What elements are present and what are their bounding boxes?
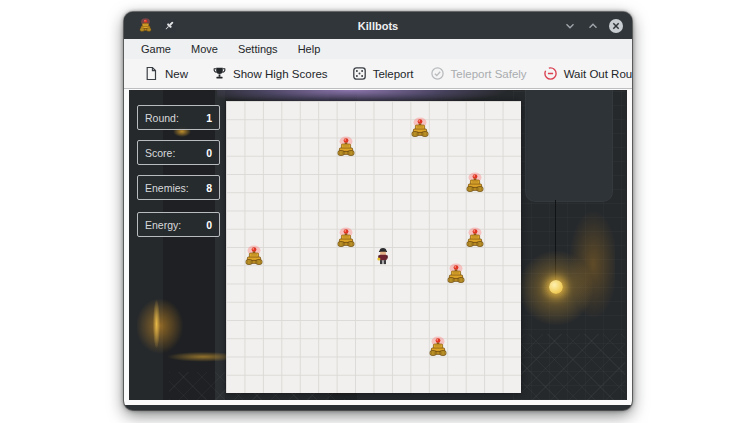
new-game-button[interactable]: New <box>136 61 196 87</box>
show-high-scores-label: Show High Scores <box>233 68 328 80</box>
close-icon <box>608 18 624 34</box>
show-high-scores-button[interactable]: Show High Scores <box>204 61 336 87</box>
round-value: 1 <box>206 112 212 124</box>
lamp-bulb <box>549 280 563 294</box>
stop-circle-icon <box>543 66 558 81</box>
scene-amber-glow <box>553 182 615 332</box>
menu-move[interactable]: Move <box>181 39 228 59</box>
enemies-status: Enemies: 8 <box>137 175 220 200</box>
menubar: Game Move Settings Help <box>124 39 632 59</box>
enemies-value: 8 <box>206 182 212 194</box>
check-circle-icon <box>430 66 445 81</box>
teleport-dice-icon <box>352 66 367 81</box>
trophy-icon <box>212 66 227 81</box>
menu-settings[interactable]: Settings <box>228 39 288 59</box>
new-game-label: New <box>165 68 188 80</box>
wait-out-round-label: Wait Out Round <box>564 68 632 80</box>
scene-light-band <box>215 90 225 400</box>
enemies-label: Enemies: <box>145 182 189 194</box>
new-document-icon <box>144 66 159 81</box>
scene-crosshatch-floor <box>521 334 625 400</box>
robot-enemy <box>427 336 449 358</box>
maximize-button[interactable] <box>585 18 601 34</box>
main-content: Round: 1 Score: 0 Enemies: 8 Energy: 0 <box>124 89 632 405</box>
score-status: Score: 0 <box>137 140 220 165</box>
game-grid[interactable] <box>226 101 521 393</box>
window-title: Killbots <box>124 20 632 32</box>
titlebar[interactable]: Killbots <box>124 12 632 39</box>
robot-enemy <box>335 136 357 158</box>
scene-brick-wall <box>513 90 625 400</box>
score-label: Score: <box>145 147 175 159</box>
robot-enemy <box>464 172 486 194</box>
robot-enemy <box>409 117 431 139</box>
energy-value: 0 <box>206 219 212 231</box>
chevron-down-icon <box>563 19 577 33</box>
wait-out-round-button[interactable]: Wait Out Round <box>535 61 632 87</box>
menu-game[interactable]: Game <box>131 39 181 59</box>
robot-enemy <box>335 227 357 249</box>
scene-left-glow <box>153 300 160 348</box>
lamp-glow <box>518 250 594 326</box>
close-button[interactable] <box>608 18 624 34</box>
scene-shadow-band <box>163 90 215 400</box>
app-robot-icon[interactable] <box>138 18 153 33</box>
teleport-safely-label: Teleport Safely <box>451 68 527 80</box>
game-scene: Round: 1 Score: 0 Enemies: 8 Energy: 0 <box>129 90 627 400</box>
round-status: Round: 1 <box>137 105 220 130</box>
score-value: 0 <box>206 147 212 159</box>
robot-enemy <box>464 227 486 249</box>
chevron-up-icon <box>586 19 600 33</box>
teleport-label: Teleport <box>373 68 414 80</box>
lamp-cord <box>555 200 556 284</box>
killbots-window: Killbots Game Move Settings <box>124 12 632 410</box>
teleport-button[interactable]: Teleport <box>344 61 422 87</box>
teleport-safely-button[interactable]: Teleport Safely <box>422 61 535 87</box>
robot-enemy <box>445 263 467 285</box>
toolbar: New Show High Scores Teleport <box>124 59 632 89</box>
player-character <box>375 247 391 266</box>
pin-icon[interactable] <box>162 19 176 33</box>
scene-wall-panel <box>525 90 613 202</box>
energy-label: Energy: <box>145 219 181 231</box>
menu-help[interactable]: Help <box>288 39 331 59</box>
round-label: Round: <box>145 112 179 124</box>
minimize-button[interactable] <box>562 18 578 34</box>
robot-enemy <box>243 245 265 267</box>
scene-left-glow <box>137 286 197 366</box>
energy-status: Energy: 0 <box>137 212 220 237</box>
